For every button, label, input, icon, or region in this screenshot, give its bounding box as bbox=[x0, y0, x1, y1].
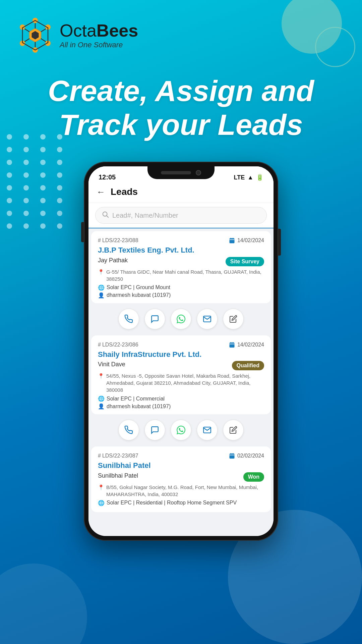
lead-date-2: 14/02/2024 bbox=[229, 341, 264, 348]
hero-section: Create, Assign and Track your Leads bbox=[0, 54, 362, 158]
lead-date-1: 14/02/2024 bbox=[229, 237, 264, 244]
lead-card-3: # LDS/22-23/087 02/02/2024 Sunilbhai Pat… bbox=[91, 446, 271, 512]
email-button-1[interactable] bbox=[197, 309, 218, 329]
svg-rect-28 bbox=[233, 453, 233, 454]
svg-rect-27 bbox=[231, 453, 231, 454]
location-icon-1: 📍 bbox=[98, 268, 104, 282]
lead-contact-3: Sunilbhai Patel bbox=[98, 472, 138, 479]
lead-company-1: J.B.P Textiles Eng. Pvt. Ltd. bbox=[98, 246, 264, 255]
phone-notch bbox=[147, 166, 215, 179]
hash-icon-2: # bbox=[98, 342, 101, 348]
category-icon-1: 🌐 bbox=[98, 284, 105, 291]
edit-button-2[interactable] bbox=[223, 420, 244, 440]
lead-address-1: 📍 G-55/ Thasra GIDC, Near Mahi canal Roa… bbox=[98, 268, 264, 282]
lead-header-3: # LDS/22-23/087 02/02/2024 bbox=[98, 452, 264, 459]
logo-text: OctaBees All in One Software bbox=[60, 21, 138, 49]
lead-status-3: Won bbox=[243, 472, 264, 482]
bg-circle-bottom2 bbox=[0, 564, 87, 644]
svg-line-16 bbox=[107, 216, 108, 218]
battery-icon: 🔋 bbox=[256, 174, 263, 181]
leads-list: # LDS/22-23/088 14/02/2024 J.B.P Textile… bbox=[88, 228, 274, 536]
lead-category-3: 🌐 Solar EPC | Residential | Rooftop Home… bbox=[98, 500, 264, 506]
lead-contact-2: Vinit Dave bbox=[98, 361, 125, 368]
lead-category-2: 🌐 Solar EPC | Commercial bbox=[98, 395, 264, 402]
app-title: Leads bbox=[111, 186, 138, 197]
lead-address-2: 📍 54/55, Nexus -5, Opposite Savan Hotel,… bbox=[98, 372, 264, 393]
lead-number-1: # LDS/22-23/088 bbox=[98, 237, 138, 244]
lead-assigned-1: 👤 dharmesh kubavat (10197) bbox=[98, 292, 264, 299]
lead-contact-row-3: Sunilbhai Patel Won bbox=[98, 472, 264, 482]
svg-rect-20 bbox=[233, 238, 233, 239]
lead-category-1: 🌐 Solar EPC | Ground Mount bbox=[98, 284, 264, 291]
svg-rect-26 bbox=[229, 455, 234, 455]
whatsapp-button-1[interactable] bbox=[171, 309, 191, 329]
lead-card-1: # LDS/22-23/088 14/02/2024 J.B.P Textile… bbox=[91, 231, 271, 303]
lead-address-3: 📍 B/55, Gokul Nagar Society, M.G. Road, … bbox=[98, 484, 264, 498]
back-button[interactable]: ← bbox=[97, 187, 105, 197]
svg-rect-19 bbox=[231, 238, 231, 239]
network-label: LTE bbox=[234, 174, 245, 181]
search-placeholder-text: Lead#, Name/Number bbox=[112, 212, 178, 219]
logo-area: OctaBees All in One Software bbox=[17, 17, 138, 54]
search-bar: Lead#, Name/Number bbox=[88, 203, 274, 228]
signal-icon: ▲ bbox=[247, 174, 253, 181]
action-buttons-1 bbox=[91, 304, 271, 333]
svg-rect-22 bbox=[229, 343, 234, 344]
hash-icon: # bbox=[98, 237, 101, 244]
user-icon-1: 👤 bbox=[98, 292, 105, 299]
lead-card-2: # LDS/22-23/086 14/02/2024 Shaily InfraS… bbox=[91, 335, 271, 414]
category-icon-3: 🌐 bbox=[98, 500, 105, 506]
separator-2 bbox=[91, 444, 271, 446]
svg-rect-21 bbox=[229, 342, 234, 347]
svg-rect-18 bbox=[229, 239, 234, 240]
category-icon-2: 🌐 bbox=[98, 395, 105, 402]
whatsapp-button-2[interactable] bbox=[171, 420, 191, 440]
hero-heading: Create, Assign and Track your Leads bbox=[27, 74, 335, 142]
call-button-1[interactable] bbox=[118, 309, 139, 329]
lead-company-3: Sunilbhai Patel bbox=[98, 461, 264, 470]
app-header: ← Leads bbox=[88, 183, 274, 203]
svg-rect-24 bbox=[233, 342, 233, 343]
separator-1 bbox=[91, 333, 271, 335]
svg-rect-23 bbox=[231, 342, 231, 343]
phone-wrapper: 12:05 LTE ▲ 🔋 ← Leads bbox=[0, 158, 362, 541]
email-button-2[interactable] bbox=[197, 420, 218, 440]
status-right: LTE ▲ 🔋 bbox=[234, 174, 264, 181]
svg-rect-17 bbox=[229, 238, 234, 244]
lead-header-1: # LDS/22-23/088 14/02/2024 bbox=[98, 237, 264, 244]
notch-pill bbox=[161, 171, 191, 174]
notch-camera bbox=[196, 170, 201, 175]
sms-button-1[interactable] bbox=[144, 309, 165, 329]
lead-status-2: Qualified bbox=[232, 361, 264, 370]
status-time: 12:05 bbox=[99, 173, 116, 181]
search-icon bbox=[102, 211, 109, 220]
call-button-2[interactable] bbox=[118, 420, 139, 440]
action-buttons-2 bbox=[91, 415, 271, 444]
phone-screen: 12:05 LTE ▲ 🔋 ← Leads bbox=[88, 166, 274, 536]
lead-contact-row-2: Vinit Dave Qualified bbox=[98, 361, 264, 370]
lead-company-2: Shaily InfraStructure Pvt. Ltd. bbox=[98, 350, 264, 359]
svg-rect-25 bbox=[229, 453, 234, 459]
lead-contact-row-1: Jay Pathak Site Survey bbox=[98, 257, 264, 266]
lead-date-3: 02/02/2024 bbox=[229, 452, 264, 459]
lead-number-2: # LDS/22-23/086 bbox=[98, 342, 138, 348]
lead-header-2: # LDS/22-23/086 14/02/2024 bbox=[98, 341, 264, 348]
logo-icon bbox=[17, 17, 54, 54]
lead-assigned-2: 👤 dharmesh kubavat (10197) bbox=[98, 403, 264, 410]
sms-button-2[interactable] bbox=[144, 420, 165, 440]
header: OctaBees All in One Software bbox=[0, 0, 362, 54]
user-icon-2: 👤 bbox=[98, 403, 105, 410]
location-icon-3: 📍 bbox=[98, 484, 104, 498]
location-icon-2: 📍 bbox=[98, 372, 104, 393]
lead-status-1: Site Survey bbox=[226, 257, 264, 266]
logo-tagline: All in One Software bbox=[60, 41, 138, 49]
phone-outer: 12:05 LTE ▲ 🔋 ← Leads bbox=[84, 162, 278, 541]
hash-icon-3: # bbox=[98, 453, 101, 459]
lead-contact-1: Jay Pathak bbox=[98, 257, 128, 264]
lead-number-3: # LDS/22-23/087 bbox=[98, 453, 138, 459]
search-input-wrap[interactable]: Lead#, Name/Number bbox=[95, 207, 267, 224]
logo-name: OctaBees bbox=[60, 21, 138, 40]
edit-button-1[interactable] bbox=[223, 309, 244, 329]
